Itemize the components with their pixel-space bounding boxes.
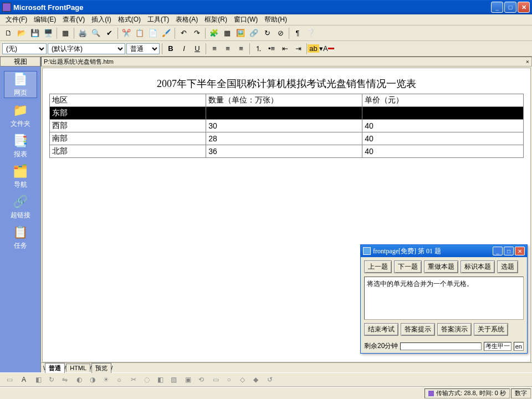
picture-icon[interactable]: 🖼️ bbox=[234, 27, 247, 39]
cell[interactable]: 40 bbox=[362, 132, 524, 145]
bold-icon[interactable]: B bbox=[165, 43, 177, 55]
document-tab[interactable]: P:\出题系统\光盘销售.htm × bbox=[41, 57, 532, 66]
bw-icon[interactable]: ◧ bbox=[154, 374, 166, 386]
select-question-button[interactable]: 选题 bbox=[497, 260, 518, 273]
washout-icon[interactable]: ▨ bbox=[167, 374, 180, 386]
fontsize-dropdown[interactable]: 普通 bbox=[126, 43, 160, 54]
sidebar-item-reports[interactable]: 📑 报表 bbox=[4, 133, 37, 159]
cell[interactable]: 30 bbox=[206, 120, 362, 132]
maximize-button[interactable]: □ bbox=[504, 2, 516, 13]
text-icon[interactable]: A bbox=[18, 374, 30, 386]
align-left-icon[interactable]: ≡ bbox=[208, 43, 221, 55]
hotspot-circle-icon[interactable]: ○ bbox=[223, 374, 235, 386]
cut-icon[interactable]: ✂️ bbox=[120, 27, 132, 39]
paste-icon[interactable]: 📄 bbox=[147, 27, 159, 39]
about-system-button[interactable]: 关于系统 bbox=[474, 323, 508, 336]
spellcheck-icon[interactable]: ✔︎ bbox=[103, 27, 115, 39]
font-dropdown[interactable]: (默认字体) bbox=[48, 43, 125, 54]
bullet-list-icon[interactable]: •≡ bbox=[265, 43, 278, 55]
format-painter-icon[interactable]: 🖌️ bbox=[160, 27, 172, 39]
outdent-icon[interactable]: ⇤ bbox=[279, 43, 291, 55]
minimize-button[interactable]: _ bbox=[491, 2, 503, 13]
dialog-close-button[interactable]: ✕ bbox=[515, 247, 525, 255]
sidebar-item-navigation[interactable]: 🗂️ 导航 bbox=[4, 163, 37, 190]
show-marks-icon[interactable]: ¶ bbox=[291, 27, 304, 39]
cell[interactable]: 28 bbox=[206, 132, 362, 145]
table-row[interactable]: 东部 bbox=[50, 107, 524, 120]
transparent-icon[interactable]: ◌ bbox=[141, 374, 153, 386]
sidebar-item-page[interactable]: 📄 网页 bbox=[4, 71, 37, 98]
tab-normal[interactable]: 普通 bbox=[45, 363, 65, 373]
hotspot-rect-icon[interactable]: ▭ bbox=[209, 374, 222, 386]
restore-icon[interactable]: ↺ bbox=[264, 374, 276, 386]
menu-insert[interactable]: 插入(I) bbox=[88, 14, 114, 25]
answer-demo-button[interactable]: 答案演示 bbox=[437, 323, 472, 336]
table-icon[interactable]: ▦ bbox=[221, 27, 233, 39]
end-exam-button[interactable]: 结束考试 bbox=[364, 323, 398, 336]
publish-icon[interactable]: 🖥️ bbox=[42, 27, 54, 39]
pointer-icon[interactable]: ▭ bbox=[3, 374, 16, 386]
menu-format[interactable]: 格式(O) bbox=[115, 14, 144, 25]
dialog-maximize-button[interactable]: □ bbox=[504, 247, 514, 255]
contrast-down-icon[interactable]: ◑ bbox=[86, 374, 99, 386]
cell[interactable]: 40 bbox=[362, 145, 524, 158]
menu-help[interactable]: 帮助(H) bbox=[261, 14, 290, 25]
auto-shape-icon[interactable]: ◧ bbox=[32, 374, 44, 386]
flip-icon[interactable]: ⇋ bbox=[59, 374, 71, 386]
rotate-icon[interactable]: ↻ bbox=[45, 374, 58, 386]
italic-icon[interactable]: I bbox=[178, 43, 190, 55]
indent-icon[interactable]: ⇥ bbox=[292, 43, 304, 55]
mark-question-button[interactable]: 标识本题 bbox=[461, 260, 495, 273]
sales-table[interactable]: 地区 数量（单位：万张） 单价（元） 东部 西部 30 40 南部 28 bbox=[49, 94, 524, 158]
numbered-list-icon[interactable]: ⒈ bbox=[252, 43, 264, 55]
dialog-titlebar[interactable]: frontpage[免费] 第 01 题 _ □ ✕ bbox=[361, 245, 527, 257]
cell[interactable]: 36 bbox=[206, 145, 362, 158]
print-icon[interactable]: 🖨️ bbox=[76, 27, 89, 39]
cell[interactable]: 北部 bbox=[50, 145, 206, 158]
close-button[interactable]: ✕ bbox=[518, 2, 530, 13]
crop-icon[interactable]: ✂ bbox=[127, 374, 140, 386]
open-icon[interactable]: 📂 bbox=[16, 27, 28, 39]
menu-view[interactable]: 查看(V) bbox=[59, 14, 88, 25]
bevel-icon[interactable]: ▣ bbox=[182, 374, 194, 386]
cell[interactable]: 40 bbox=[362, 120, 524, 132]
fontcolor-icon[interactable]: A bbox=[323, 43, 335, 55]
highlight-hotspot-icon[interactable]: ◆ bbox=[249, 374, 262, 386]
cell[interactable] bbox=[206, 107, 362, 120]
table-header-row[interactable]: 地区 数量（单位：万张） 单价（元） bbox=[50, 94, 524, 107]
table-row[interactable]: 西部 30 40 bbox=[50, 120, 524, 132]
sidebar-item-tasks[interactable]: 📋 任务 bbox=[4, 224, 37, 250]
menu-file[interactable]: 文件(F) bbox=[2, 14, 30, 25]
folder-icon[interactable]: ▦ bbox=[59, 27, 71, 39]
table-row[interactable]: 南部 28 40 bbox=[50, 132, 524, 145]
prev-question-button[interactable]: 上一题 bbox=[364, 260, 392, 273]
sidebar-item-hyperlinks[interactable]: 🔗 超链接 bbox=[4, 194, 37, 220]
hyperlink-icon[interactable]: 🔗 bbox=[248, 27, 260, 39]
close-document-icon[interactable]: × bbox=[526, 58, 529, 65]
cell[interactable]: 南部 bbox=[50, 132, 206, 145]
dialog-minimize-button[interactable]: _ bbox=[493, 247, 503, 255]
header-cell[interactable]: 单价（元） bbox=[362, 94, 524, 107]
save-icon[interactable]: 💾 bbox=[29, 27, 41, 39]
copy-icon[interactable]: 📋 bbox=[134, 27, 146, 39]
highlight-icon[interactable]: ab▾ bbox=[309, 43, 321, 55]
contrast-up-icon[interactable]: ◐ bbox=[73, 374, 85, 386]
lang-select[interactable]: en bbox=[514, 342, 524, 351]
help-icon[interactable]: ❔ bbox=[305, 27, 317, 39]
menu-tools[interactable]: 工具(T) bbox=[144, 14, 172, 25]
menu-frame[interactable]: 框架(R) bbox=[201, 14, 231, 25]
menu-edit[interactable]: 编辑(E) bbox=[30, 14, 59, 25]
answer-hint-button[interactable]: 答案提示 bbox=[401, 323, 435, 336]
component-icon[interactable]: 🧩 bbox=[208, 27, 220, 39]
align-right-icon[interactable]: ≡ bbox=[235, 43, 247, 55]
undo-icon[interactable]: ↶ bbox=[177, 27, 190, 39]
style-dropdown[interactable]: (无) bbox=[2, 43, 47, 54]
next-question-button[interactable]: 下一题 bbox=[394, 260, 422, 273]
cell[interactable]: 西部 bbox=[50, 120, 206, 132]
underline-icon[interactable]: U bbox=[191, 43, 203, 55]
header-cell[interactable]: 数量（单位：万张） bbox=[206, 94, 362, 107]
brightness-down-icon[interactable]: ☼ bbox=[113, 374, 125, 386]
stop-icon[interactable]: ⊘ bbox=[274, 27, 287, 39]
redo-question-button[interactable]: 重做本题 bbox=[424, 260, 458, 273]
cell[interactable] bbox=[362, 107, 524, 120]
